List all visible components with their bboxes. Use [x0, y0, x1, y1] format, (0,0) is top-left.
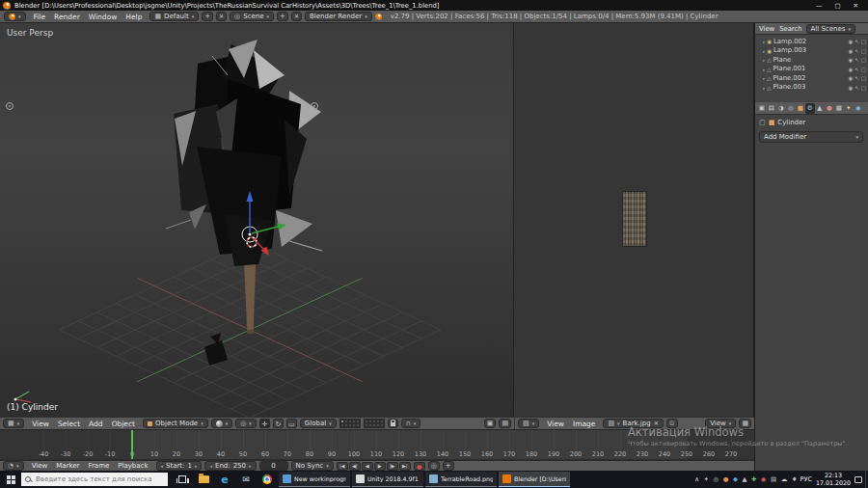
menu-item[interactable]: Help [125, 13, 142, 21]
visibility-toggle[interactable] [848, 55, 853, 64]
layout-delete-button[interactable] [216, 12, 227, 21]
menu-item[interactable]: Marker [56, 462, 79, 470]
scene-delete-button[interactable] [291, 12, 302, 21]
start-button[interactable] [0, 471, 21, 488]
properties-tab-material[interactable]: ● [825, 103, 834, 114]
layers-grid-1[interactable] [339, 419, 361, 428]
outliner[interactable]: ViewSearch All Scenes Lamp.002 [754, 23, 868, 102]
renderability-toggle[interactable] [861, 37, 866, 45]
properties-tab-object[interactable]: ■ [796, 103, 805, 114]
tray-icon[interactable]: ♦ [792, 476, 798, 483]
properties-tab-scene[interactable]: ◑ [776, 103, 786, 114]
maximize-button[interactable]: ▢ [834, 2, 840, 10]
layers-grid-2[interactable] [364, 419, 385, 428]
properties-tab-particles[interactable]: ✦ [844, 103, 854, 114]
tray-icon[interactable]: ◎ [714, 476, 719, 483]
menu-item[interactable]: Render [54, 13, 80, 21]
mode-selector[interactable]: Object Mode [143, 419, 208, 428]
layout-add-button[interactable] [202, 12, 213, 21]
selectability-toggle[interactable] [854, 73, 859, 82]
timeline-playhead[interactable] [131, 430, 133, 459]
selectability-toggle[interactable] [854, 83, 859, 92]
tray-icon[interactable]: ∧ [694, 476, 699, 483]
transport-button[interactable]: |▶ [387, 462, 398, 471]
visibility-toggle[interactable] [848, 65, 853, 73]
menu-item[interactable]: File [34, 13, 46, 21]
outliner-item-Plane.001[interactable]: Plane.001 [755, 65, 868, 74]
image-datablock-selector[interactable]: Bark.jpg [603, 419, 663, 428]
current-frame-field[interactable]: 0 [259, 461, 288, 471]
properties-tab-modifiers[interactable]: ⚙ [805, 103, 815, 114]
scene-selector[interactable]: Scene [230, 12, 274, 21]
language-indicator[interactable]: РУС [800, 475, 812, 483]
translate-manipulator-button[interactable] [259, 419, 270, 428]
visibility-toggle[interactable] [848, 46, 853, 55]
selectability-toggle[interactable] [854, 46, 859, 55]
menu-item[interactable]: Search [779, 25, 801, 33]
transport-button[interactable]: ◀| [349, 462, 361, 471]
viewport-shading-selector[interactable] [211, 419, 233, 428]
sync-mode-selector[interactable]: No Sync [291, 461, 334, 471]
taskbar-clock[interactable]: 22:13 17.01.2020 [816, 472, 851, 486]
taskbar-app-button[interactable]: Blender [D:\Users\P... [499, 472, 570, 487]
menu-item[interactable]: Playback [118, 462, 148, 470]
outliner-item-Lamp.002[interactable]: Lamp.002 [755, 37, 868, 46]
task-view-button[interactable] [172, 471, 193, 488]
transport-button[interactable]: ▶| [399, 462, 411, 471]
properties-tab-data[interactable]: ▲ [815, 103, 825, 114]
properties-tab-render[interactable]: ▣ [757, 103, 767, 114]
menu-item[interactable]: Object [112, 420, 135, 428]
render-engine-selector[interactable]: Blender Render [305, 12, 372, 21]
visibility-toggle[interactable] [848, 83, 853, 92]
selectability-toggle[interactable] [854, 65, 859, 73]
disclosure-icon[interactable] [763, 65, 765, 73]
keying-set-button[interactable] [428, 461, 440, 471]
tray-icon[interactable]: ▤ [771, 476, 776, 483]
tray-icon[interactable]: ☁ [781, 476, 788, 483]
camera-object[interactable] [204, 333, 228, 366]
image-editor-type-button[interactable] [518, 419, 539, 428]
tray-icon[interactable]: ◉ [761, 476, 767, 483]
menu-item[interactable]: Image [573, 420, 596, 428]
taskbar-app-button[interactable]: TerrableRoad.png ... [425, 472, 497, 487]
renderability-toggle[interactable] [861, 73, 866, 82]
timeline[interactable]: -40-30-20-100102030405060708090100110120… [0, 429, 754, 460]
menu-item[interactable]: View [32, 462, 48, 470]
taskbar-search[interactable] [21, 473, 168, 486]
selectability-toggle[interactable] [854, 37, 859, 45]
disclosure-icon[interactable] [763, 46, 765, 55]
properties-editor[interactable]: ▣▤◑◎■⚙▲●▦✦◉ Cylinder Add Modifier [754, 102, 868, 471]
properties-tab-world[interactable]: ◎ [786, 103, 796, 114]
viewport-canvas[interactable]: User Persp (1) Cylinder [0, 23, 514, 417]
bark-texture-image[interactable] [622, 191, 647, 247]
outliner-item-Plane.003[interactable]: Plane.003 [755, 83, 868, 93]
menu-item[interactable]: View [759, 25, 774, 33]
properties-tab-texture[interactable]: ▦ [834, 103, 844, 114]
menu-item[interactable]: Frame [88, 462, 109, 470]
renderability-toggle[interactable] [861, 83, 866, 92]
viewport-editor-type-button[interactable] [3, 419, 24, 428]
outliner-item-Plane.002[interactable]: Plane.002 [755, 73, 868, 83]
outliner-item-Lamp.003[interactable]: Lamp.003 [755, 46, 868, 56]
menu-item[interactable]: Select [58, 420, 80, 428]
visibility-toggle[interactable] [848, 73, 853, 82]
image-editor[interactable] [515, 23, 754, 417]
transport-button[interactable]: |◀ [337, 462, 348, 471]
properties-tab-physics[interactable]: ◉ [854, 103, 863, 114]
image-paint-button[interactable] [739, 419, 751, 428]
tray-icon[interactable]: ✦ [704, 476, 709, 483]
outliner-scope-selector[interactable]: All Scenes [806, 24, 855, 34]
menu-item[interactable]: View [547, 420, 564, 428]
disclosure-icon[interactable] [763, 55, 765, 64]
add-modifier-button[interactable]: Add Modifier [759, 131, 863, 143]
opengl-render-anim-button[interactable] [499, 419, 511, 428]
disclosure-icon[interactable] [763, 73, 765, 82]
renderability-toggle[interactable] [861, 46, 866, 55]
image-view-mode-selector[interactable]: View [705, 419, 736, 428]
menu-item[interactable]: View [32, 420, 49, 428]
snap-button[interactable] [401, 419, 421, 428]
close-button[interactable]: ✕ [854, 2, 858, 10]
taskbar-app-button[interactable]: Unity 2018.4.9f1 Per... [352, 472, 423, 487]
renderability-toggle[interactable] [861, 55, 866, 64]
screen-layout-selector[interactable]: Default [149, 12, 199, 21]
